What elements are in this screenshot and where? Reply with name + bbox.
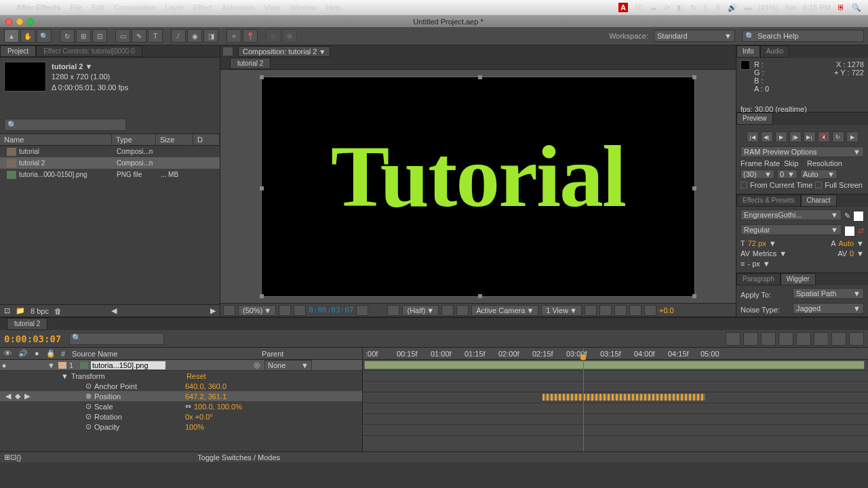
comp-subtab[interactable]: tutorial 2 bbox=[230, 58, 271, 69]
comp-selector[interactable]: Composition: tutorial 2 ▼ bbox=[238, 46, 330, 57]
exposure-value[interactable]: +0.0 bbox=[659, 306, 674, 314]
timeline-icon[interactable] bbox=[614, 305, 627, 316]
next-frame-icon[interactable]: |▶ bbox=[789, 131, 802, 142]
tab-character[interactable]: Charact bbox=[801, 195, 837, 207]
app-name[interactable]: After Effects bbox=[16, 3, 60, 12]
adobe-icon[interactable]: A bbox=[618, 3, 628, 12]
loop-icon[interactable]: ↻ bbox=[832, 131, 844, 142]
zoom-icon[interactable] bbox=[27, 18, 34, 25]
project-item[interactable]: tutoria...000-0150].png PNG file ... MB bbox=[0, 169, 220, 180]
source-col[interactable]: Source Name bbox=[72, 350, 174, 358]
draft-3d-icon[interactable] bbox=[743, 332, 758, 346]
next-key-icon[interactable]: ▶ bbox=[24, 392, 30, 401]
minimize-icon[interactable] bbox=[16, 18, 23, 25]
tab-info[interactable]: Info bbox=[736, 45, 760, 58]
eye-icon[interactable]: ● bbox=[0, 361, 8, 369]
eyedropper-icon[interactable]: ✎ bbox=[844, 211, 850, 220]
parent-col[interactable]: Parent bbox=[262, 350, 283, 358]
audio-col-icon[interactable]: 🔊 bbox=[18, 349, 28, 358]
timeline-timecode[interactable]: 0:00:03:07 bbox=[4, 333, 61, 344]
col-name[interactable]: Name bbox=[0, 134, 112, 145]
pan-behind-icon[interactable]: ⊡ bbox=[92, 29, 107, 43]
zoom-tool-icon[interactable]: 🔍 bbox=[37, 29, 52, 43]
auto-keyframe-icon[interactable] bbox=[831, 332, 846, 346]
pen-tool-icon[interactable]: ✎ bbox=[132, 29, 146, 43]
cloud-icon[interactable]: ☁ bbox=[650, 3, 657, 12]
local-axis-icon[interactable]: ⊹ bbox=[266, 29, 281, 43]
resolution-icon[interactable] bbox=[279, 305, 291, 316]
stroke-color[interactable] bbox=[844, 226, 855, 237]
layer-bar[interactable] bbox=[364, 361, 865, 369]
brush-tool-icon[interactable]: ⁄ bbox=[171, 29, 186, 43]
viewer-timecode[interactable]: 0:00:03:07 bbox=[309, 306, 353, 314]
col-d[interactable]: D bbox=[193, 134, 220, 145]
stopwatch-on-icon[interactable]: ⊗ bbox=[85, 392, 92, 401]
spotlight-icon[interactable]: 🔍 bbox=[852, 3, 861, 12]
menu-file[interactable]: File bbox=[70, 3, 82, 12]
handle-tl[interactable] bbox=[260, 75, 264, 79]
brainstorm-icon[interactable] bbox=[814, 332, 829, 346]
composition-mini-icon[interactable] bbox=[726, 332, 741, 346]
layer-track[interactable] bbox=[363, 360, 868, 371]
playhead[interactable] bbox=[583, 348, 584, 451]
timeline-search-input[interactable]: 🔍 bbox=[69, 333, 164, 345]
prop-opacity[interactable]: ⊙ Opacity 100% bbox=[0, 422, 362, 432]
roto-tool-icon[interactable]: ✧ bbox=[226, 29, 241, 43]
timeline-nav-prev[interactable]: ◀ bbox=[111, 306, 117, 315]
tab-paragraph[interactable]: Paragraph bbox=[736, 273, 781, 285]
mute-icon[interactable]: 🔇 bbox=[818, 131, 830, 142]
col-size[interactable]: Size bbox=[156, 134, 193, 145]
camera-select[interactable]: Active Camera▼ bbox=[471, 305, 538, 316]
clock-day[interactable]: Sat bbox=[785, 3, 797, 12]
menu-edit[interactable]: Edit bbox=[92, 3, 104, 12]
tab-preview[interactable]: Preview bbox=[736, 113, 773, 125]
prop-anchor-point[interactable]: ⊙ Anchor Point 640.0, 360.0 bbox=[0, 381, 362, 391]
stopwatch-icon[interactable]: ⊙ bbox=[85, 422, 92, 431]
handle-bc[interactable] bbox=[478, 294, 482, 298]
sync-icon[interactable]: ⟳ bbox=[664, 3, 670, 12]
trash-icon[interactable]: 🗑 bbox=[54, 307, 62, 315]
resolution-select[interactable]: Auto▼ bbox=[800, 169, 837, 179]
stroke-width-value[interactable]: - px bbox=[747, 260, 760, 268]
menu-effect[interactable]: Effect bbox=[193, 3, 212, 12]
parent-pickwhip-icon[interactable]: ◎ bbox=[254, 361, 260, 369]
shield-icon[interactable]: ⛨ bbox=[837, 3, 845, 12]
rect-tool-icon[interactable]: ▭ bbox=[115, 29, 130, 43]
add-key-icon[interactable]: ◆ bbox=[15, 392, 20, 401]
fullscreen-checkbox[interactable] bbox=[815, 182, 822, 188]
first-frame-icon[interactable]: |◀ bbox=[747, 131, 759, 142]
timeline-tracks[interactable]: :00f 00:15f 01:00f 01:15f 02:00f 02:15f … bbox=[363, 348, 868, 451]
tracking-value[interactable]: 0 bbox=[850, 249, 854, 258]
menu-help[interactable]: Help bbox=[326, 3, 341, 12]
handle-bl[interactable] bbox=[260, 294, 264, 298]
layer-name[interactable]: tutoria...150].png bbox=[91, 361, 165, 369]
channel-icon[interactable] bbox=[387, 305, 399, 316]
brackets-icon[interactable]: {} bbox=[16, 453, 21, 462]
fast-preview-icon[interactable] bbox=[294, 305, 306, 316]
search-help-input[interactable]: 🔍Search Help bbox=[742, 30, 864, 42]
camera-tool-icon[interactable]: ⊞ bbox=[76, 29, 91, 43]
tab-effect-controls[interactable]: Effect Controls: tutorial[0000-0 bbox=[36, 45, 142, 57]
hide-shy-icon[interactable] bbox=[761, 332, 776, 346]
handle-br[interactable] bbox=[692, 294, 696, 298]
workspace-select[interactable]: Standard▼ bbox=[654, 30, 735, 42]
view-select[interactable]: 1 View▼ bbox=[541, 305, 582, 316]
menu-composition[interactable]: Composition bbox=[114, 3, 155, 12]
snapshot-icon[interactable] bbox=[356, 305, 368, 316]
tab-audio[interactable]: Audio bbox=[760, 45, 790, 58]
hand-tool-icon[interactable]: ✋ bbox=[20, 29, 35, 43]
time-ruler[interactable]: :00f 00:15f 01:00f 01:15f 02:00f 02:15f … bbox=[363, 348, 868, 360]
fill-color[interactable] bbox=[853, 211, 864, 222]
from-current-checkbox[interactable] bbox=[741, 182, 747, 188]
link-icon[interactable]: ⇔ bbox=[185, 402, 191, 411]
noise-type-select[interactable]: Jagged▼ bbox=[793, 303, 864, 314]
battery-icon[interactable]: ▬ bbox=[744, 3, 751, 12]
world-axis-icon[interactable]: ⊕ bbox=[282, 29, 297, 43]
parent-select[interactable]: None▼ bbox=[264, 360, 312, 371]
tab-wiggler[interactable]: Wiggler bbox=[781, 273, 816, 285]
project-item[interactable]: tutorial Composi...n bbox=[0, 146, 220, 157]
canvas[interactable]: Tutorial bbox=[261, 77, 695, 297]
twirl-icon[interactable]: ▼ bbox=[61, 372, 68, 380]
solo-col-icon[interactable]: ● bbox=[35, 349, 39, 358]
font-style-select[interactable]: Regular▼ bbox=[741, 224, 842, 235]
